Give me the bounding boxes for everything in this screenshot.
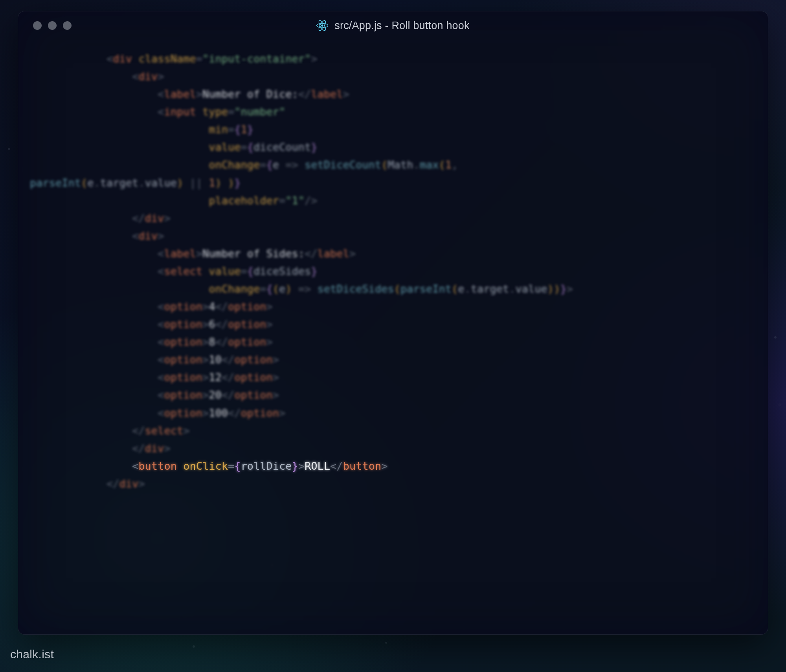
svg-point-3 bbox=[318, 20, 327, 31]
code-content: <div className="input-container"> <div> … bbox=[30, 50, 756, 493]
minimize-icon[interactable] bbox=[48, 21, 57, 30]
code-editor[interactable]: <div className="input-container"> <div> … bbox=[18, 40, 768, 634]
editor-window: src/App.js - Roll button hook <div class… bbox=[18, 11, 768, 635]
react-icon bbox=[316, 20, 328, 31]
zoom-icon[interactable] bbox=[63, 21, 72, 30]
focused-code-line: <button onClick={rollDice}>ROLL</button> bbox=[30, 457, 387, 475]
titlebar: src/App.js - Roll button hook bbox=[18, 11, 768, 40]
svg-point-1 bbox=[317, 24, 328, 28]
svg-point-0 bbox=[321, 24, 323, 26]
watermark: chalk.ist bbox=[10, 648, 54, 661]
window-title: src/App.js - Roll button hook bbox=[334, 20, 469, 32]
traffic-lights bbox=[18, 21, 72, 30]
close-icon[interactable] bbox=[33, 21, 42, 30]
svg-point-2 bbox=[318, 20, 327, 31]
